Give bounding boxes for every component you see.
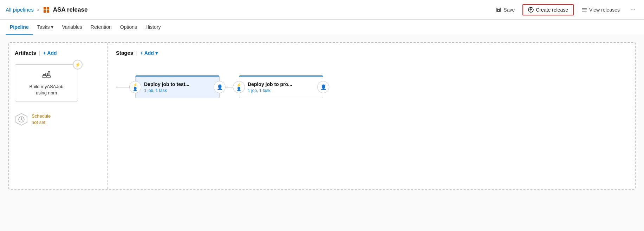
stages-panel: Stages | + Add ▾ ⚡ 👤 (108, 43, 635, 189)
view-releases-label: View releases (589, 7, 620, 13)
artifact-lightning-badge: ⚡ (73, 60, 82, 69)
svg-rect-6 (582, 9, 587, 10)
header-left: All pipelines > ASA release (6, 6, 87, 14)
save-label: Save (503, 7, 515, 13)
header-right: Save Create release View releases ··· (492, 4, 638, 15)
tasks-dropdown-icon: ▾ (51, 24, 53, 30)
stages-add-dropdown-icon: ▾ (155, 50, 158, 56)
stage1-wrapper: ⚡ 👤 Deploy job to test... 1 job, 1 task … (135, 75, 220, 98)
tab-variables[interactable]: Variables (58, 20, 86, 35)
artifact-build-icon (41, 70, 51, 81)
save-button[interactable]: Save (492, 5, 518, 15)
artifacts-sep: | (39, 50, 40, 56)
svg-rect-14 (48, 72, 50, 76)
stages-label: Stages (116, 50, 133, 56)
artifact-name: Build myASAJob using npm (30, 84, 64, 96)
svg-rect-12 (43, 74, 45, 76)
tab-options[interactable]: Options (116, 20, 141, 35)
pipeline-type-icon (43, 6, 50, 14)
tab-pipeline[interactable]: Pipeline (6, 20, 33, 35)
stage2-wrapper: ⚡ 👤 Deploy job to pro... 1 job, 1 task 👤 (239, 75, 323, 98)
artifacts-panel: Artifacts | + Add ⚡ (9, 43, 108, 189)
create-release-label: Create release (536, 7, 568, 13)
view-releases-button[interactable]: View releases (578, 5, 623, 15)
stage2-name: Deploy job to pro... (248, 81, 317, 87)
svg-rect-0 (44, 7, 46, 9)
schedule-label: Schedule not set (32, 113, 51, 126)
artifacts-add-button[interactable]: + Add (43, 50, 57, 56)
create-release-button[interactable]: Create release (522, 4, 574, 15)
stage2-card[interactable]: Deploy job to pro... 1 job, 1 task (239, 75, 323, 98)
svg-rect-7 (582, 11, 587, 12)
stage1-left-badge[interactable]: ⚡ 👤 (129, 81, 141, 93)
more-options-button[interactable]: ··· (627, 5, 638, 15)
nav-tabs: Pipeline Tasks ▾ Variables Retention Opt… (0, 20, 644, 35)
tab-tasks[interactable]: Tasks ▾ (33, 20, 58, 35)
svg-rect-1 (47, 7, 49, 9)
main-canvas: Artifacts | + Add ⚡ (0, 35, 644, 231)
svg-rect-5 (582, 8, 587, 9)
stages-header: Stages | + Add ▾ (116, 50, 626, 56)
svg-rect-3 (47, 10, 49, 13)
artifacts-label: Artifacts (15, 50, 36, 56)
breadcrumb-all-pipelines[interactable]: All pipelines (6, 7, 34, 13)
stages-flow: ⚡ 👤 Deploy job to test... 1 job, 1 task … (116, 75, 626, 98)
tab-retention[interactable]: Retention (86, 20, 116, 35)
stages-sep: | (136, 50, 137, 56)
tab-history[interactable]: History (141, 20, 165, 35)
svg-rect-13 (46, 73, 47, 76)
stage2-right-badge[interactable]: 👤 (317, 81, 329, 93)
pipeline-area: Artifacts | + Add ⚡ (8, 42, 636, 190)
pipeline-title: ASA release (53, 6, 88, 13)
stage2-meta: 1 job, 1 task (248, 88, 317, 93)
stage2-left-badge[interactable]: ⚡ 👤 (233, 81, 245, 93)
artifacts-header: Artifacts | + Add (15, 50, 101, 56)
stage1-meta: 1 job, 1 task (144, 88, 214, 93)
schedule-area[interactable]: Schedule not set (15, 113, 101, 126)
breadcrumb-separator: > (37, 7, 40, 13)
header: All pipelines > ASA release Save Create … (0, 0, 644, 20)
stages-add-button[interactable]: + Add ▾ (140, 50, 158, 56)
stage1-right-badge[interactable]: 👤 (214, 81, 226, 93)
stage1-name: Deploy job to test... (144, 81, 214, 87)
svg-rect-2 (44, 10, 46, 13)
artifact-card[interactable]: ⚡ Build myASAJob using npm (15, 64, 78, 101)
stage1-card[interactable]: Deploy job to test... 1 job, 1 task (135, 75, 220, 98)
